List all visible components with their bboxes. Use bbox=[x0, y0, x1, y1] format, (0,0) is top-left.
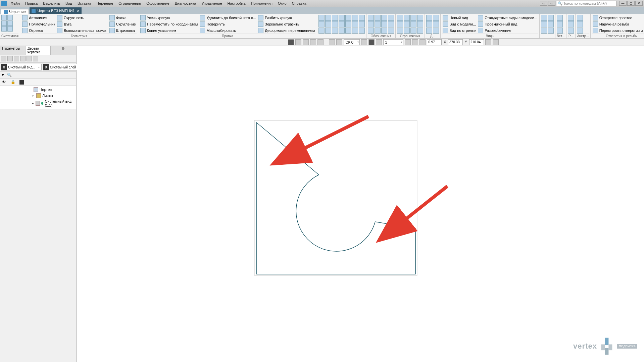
ribbon-icon[interactable] bbox=[410, 21, 416, 27]
eraser-icon[interactable] bbox=[303, 39, 309, 45]
ribbon-cmd[interactable]: Отверстие простое bbox=[592, 15, 644, 21]
ribbon-icon[interactable] bbox=[332, 28, 338, 34]
search-tree-icon[interactable]: 🔍 bbox=[7, 73, 12, 77]
document-tab[interactable]: Чертеж БЕЗ ИМЕНИ1 ✕ bbox=[30, 7, 82, 14]
ribbon-cmd[interactable]: Копия указанием bbox=[140, 28, 199, 34]
ribbon-cmd[interactable]: Проекционный вид bbox=[477, 21, 538, 27]
ribbon-icon[interactable] bbox=[339, 15, 345, 21]
ribbon-icon[interactable] bbox=[548, 15, 554, 21]
ribbon-icon[interactable] bbox=[381, 28, 387, 34]
ribbon-cmd[interactable]: Перестроить отверстия и из... bbox=[592, 28, 644, 34]
lock-tree-icon[interactable]: 🔒 bbox=[11, 80, 15, 85]
ribbon-icon[interactable] bbox=[381, 15, 387, 21]
pencil-dd-icon[interactable] bbox=[295, 39, 301, 45]
ribbon-icon[interactable] bbox=[426, 15, 432, 21]
maximize-button[interactable]: ▢ bbox=[627, 1, 635, 6]
expand-icon[interactable]: ▸ bbox=[32, 94, 35, 97]
ribbon-icon[interactable] bbox=[352, 28, 358, 34]
pipette-icon[interactable] bbox=[493, 39, 499, 45]
snap-icon[interactable] bbox=[310, 39, 316, 45]
ribbon-icon[interactable] bbox=[381, 21, 387, 27]
ribbon-icon[interactable] bbox=[388, 15, 394, 21]
ribbon-icon[interactable] bbox=[433, 21, 439, 27]
ribbon-cmd[interactable]: Переместить по координатам bbox=[140, 21, 199, 27]
menu-settings[interactable]: Настройка bbox=[225, 1, 248, 6]
ribbon-icon[interactable] bbox=[352, 15, 358, 21]
menu-drawing[interactable]: Черчение bbox=[94, 1, 116, 6]
grid-dd-icon[interactable] bbox=[336, 39, 342, 45]
menu-format[interactable]: Оформление bbox=[144, 1, 172, 6]
tab-parameters[interactable]: Параметры bbox=[0, 46, 26, 55]
tree-tool1-icon[interactable] bbox=[1, 56, 6, 61]
menu-diagnostics[interactable]: Диагностика bbox=[172, 1, 199, 6]
panel-gear-icon[interactable]: ⚙ bbox=[51, 46, 76, 55]
tree-sheets[interactable]: ▸ Листы bbox=[0, 93, 76, 99]
tab-tree[interactable]: Дерево чертежа bbox=[26, 46, 51, 55]
ribbon-icon[interactable] bbox=[397, 15, 403, 21]
ribbon-icon[interactable] bbox=[577, 28, 583, 34]
close-button[interactable]: ✕ bbox=[635, 1, 643, 6]
ribbon-icon[interactable] bbox=[318, 28, 325, 34]
minimize-button[interactable]: — bbox=[619, 1, 627, 6]
ribbon-icon[interactable] bbox=[375, 15, 381, 21]
ribbon-icon[interactable] bbox=[557, 15, 563, 21]
ribbon-icon[interactable] bbox=[345, 28, 351, 34]
ribbon-icon[interactable] bbox=[375, 28, 381, 34]
ribbon-icon[interactable] bbox=[568, 21, 574, 27]
ribbon-icon[interactable] bbox=[577, 15, 583, 21]
ribbon-icon[interactable] bbox=[541, 21, 547, 27]
menu-manage[interactable]: Управление bbox=[199, 1, 225, 6]
eye-icon[interactable]: 👁 bbox=[2, 80, 7, 85]
zoom-in-icon[interactable] bbox=[419, 39, 426, 45]
menu-apps[interactable]: Приложения bbox=[248, 1, 275, 6]
ribbon-icon[interactable] bbox=[359, 28, 365, 34]
ribbon-cmd[interactable]: Стандартные виды с модели... bbox=[477, 15, 538, 21]
ribbon-icon[interactable] bbox=[426, 21, 432, 27]
ribbon-cmd[interactable]: Фаска bbox=[109, 15, 137, 21]
ribbon-icon[interactable] bbox=[325, 21, 331, 27]
layout-btn-2[interactable]: ▭ bbox=[548, 1, 555, 6]
ribbon-icon[interactable] bbox=[548, 21, 554, 27]
ribbon-icon[interactable] bbox=[388, 28, 394, 34]
zoom-out-icon[interactable] bbox=[405, 39, 411, 45]
ribbon-cmd[interactable]: Разрез/сечение bbox=[477, 28, 538, 34]
ribbon-cmd[interactable]: Деформация перемещением bbox=[257, 28, 315, 34]
lock-icon[interactable] bbox=[485, 39, 491, 45]
ribbon-cmd[interactable]: Масштабировать bbox=[199, 28, 257, 34]
ribbon-icon[interactable] bbox=[404, 15, 410, 21]
ribbon-icon[interactable] bbox=[410, 15, 416, 21]
ribbon-icon[interactable] bbox=[339, 28, 345, 34]
zoom-dd-icon[interactable] bbox=[412, 39, 418, 45]
ribbon-cmd[interactable]: Усечь кривую bbox=[140, 15, 199, 21]
drawing-canvas[interactable]: vertex ПОДПИСКА bbox=[77, 46, 644, 362]
ribbon-cmd[interactable]: Дуга bbox=[56, 21, 108, 27]
cs-tool-icon[interactable] bbox=[361, 39, 367, 45]
ribbon-icon[interactable] bbox=[397, 28, 403, 34]
ribbon-icon[interactable] bbox=[433, 28, 439, 34]
ribbon-icon[interactable] bbox=[1, 20, 7, 26]
menu-constraints[interactable]: Ограничения bbox=[116, 1, 144, 6]
menu-window[interactable]: Окно bbox=[275, 1, 289, 6]
ribbon-icon[interactable] bbox=[541, 28, 547, 34]
menu-select[interactable]: Выделить bbox=[40, 1, 63, 6]
ribbon-cmd[interactable]: Штриховка bbox=[109, 28, 137, 34]
ribbon-cmd[interactable]: Повернуть bbox=[199, 21, 257, 27]
ribbon-icon[interactable] bbox=[325, 28, 331, 34]
view-select[interactable]: 0 Системный вид... ▾ bbox=[1, 64, 42, 70]
menu-insert[interactable]: Вставка bbox=[75, 1, 94, 6]
cs-tool2-icon[interactable] bbox=[368, 39, 375, 45]
ribbon-icon[interactable] bbox=[577, 21, 583, 27]
doc-tab-close-icon[interactable]: ✕ bbox=[77, 9, 80, 13]
ribbon-icon[interactable] bbox=[568, 28, 574, 34]
ribbon-icon[interactable] bbox=[368, 21, 374, 27]
mode-tab-drawing[interactable]: Черчение bbox=[1, 9, 29, 14]
ribbon-cmd[interactable]: Прямоугольник bbox=[21, 21, 56, 27]
tree-tool4-icon[interactable] bbox=[20, 56, 26, 61]
pencil-icon[interactable] bbox=[288, 39, 294, 45]
ribbon-icon[interactable] bbox=[325, 15, 331, 21]
ribbon-icon[interactable] bbox=[345, 21, 351, 27]
tree-tool5-icon[interactable] bbox=[27, 56, 32, 61]
ribbon-icon[interactable] bbox=[7, 26, 13, 32]
ribbon-cmd[interactable]: Вид по стрелке bbox=[442, 28, 477, 34]
ribbon-cmd[interactable]: Удлинить до ближайшего о... bbox=[199, 15, 257, 21]
